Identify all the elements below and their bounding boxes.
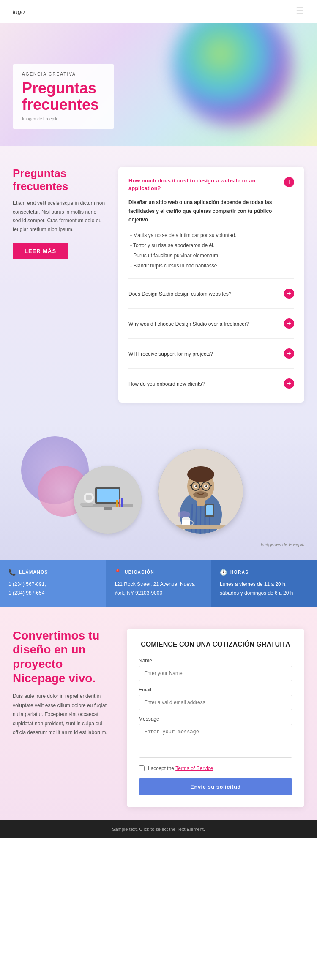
bottom-text: Duis aute irure dolor in reprehenderit i… xyxy=(13,692,114,738)
hero-image-credit: Imagen de Freepik xyxy=(22,117,105,121)
phone-icon: 📞 xyxy=(8,569,16,576)
form-label-name: Name xyxy=(139,658,292,664)
faq-item-3[interactable]: Will I receive support for my projects? … xyxy=(128,345,294,362)
form-group-email: Email xyxy=(139,687,292,710)
bottom-inner: Convertimos tu diseño en un proyecto Nic… xyxy=(13,629,304,807)
contact-card-hours: 🕐 HORAS Lunes a viernes de 11 a 20 h,sáb… xyxy=(211,560,317,607)
hero-content: AGENCIA CREATIVA Preguntas frecuentes Im… xyxy=(13,64,114,129)
svg-rect-35 xyxy=(206,505,213,515)
faq-item-2[interactable]: Why would I choose Design Studio over a … xyxy=(128,315,294,332)
clock-icon: 🕐 xyxy=(220,569,227,576)
hero-title: Preguntas frecuentes xyxy=(22,80,105,113)
faq-divider-3 xyxy=(128,338,294,339)
freepik-link[interactable]: Freepik xyxy=(43,117,57,121)
menu-icon[interactable]: ☰ xyxy=(296,6,304,17)
bottom-left: Convertimos tu diseño en un proyecto Nic… xyxy=(13,629,114,738)
card-phone-text: 1 (234) 567-891,1 (234) 987-654 xyxy=(8,580,97,598)
faq-right: How much does it cost to design a websit… xyxy=(118,167,304,403)
svg-rect-6 xyxy=(86,495,92,500)
logo: logo xyxy=(13,8,25,15)
faq-bullet-1: - Mattis ya no se deja intimidar por su … xyxy=(130,230,294,240)
form-title: COMIENCE CON UNA COTIZACIÓN GRATUITA xyxy=(139,640,292,649)
form-textarea-message[interactable] xyxy=(139,724,292,758)
form-group-message: Message xyxy=(139,716,292,760)
faq-first-question: How much does it cost to design a websit… xyxy=(128,177,294,192)
faq-item-plus-4[interactable]: + xyxy=(284,378,294,389)
svg-rect-4 xyxy=(104,507,112,510)
svg-point-38 xyxy=(182,517,190,520)
faq-divider-1 xyxy=(128,278,294,279)
form-label-email: Email xyxy=(139,687,292,693)
faq-bullet-3: - Purus ut faucibus pulvinar elementum. xyxy=(130,250,294,261)
card-title-hours: HORAS xyxy=(230,570,249,574)
faq-bullets: - Mattis ya no se deja intimidar por su … xyxy=(128,230,294,271)
team-section: Imágenes de Freepik xyxy=(0,424,317,560)
header: logo ☰ xyxy=(0,0,317,23)
faq-item-1[interactable]: Does Design Studio design custom website… xyxy=(128,285,294,302)
form-submit-button[interactable]: Envíe su solicitud xyxy=(139,778,292,795)
team-desk-image xyxy=(74,466,142,534)
terms-checkbox[interactable] xyxy=(139,765,145,771)
svg-point-32 xyxy=(193,491,208,498)
faq-left: Preguntas frecuentes Etiam erat velit sc… xyxy=(13,167,106,259)
faq-divider-2 xyxy=(128,308,294,309)
contact-card-location: 📍 UBICACIÓN 121 Rock Street, 21 Avenue, … xyxy=(106,560,211,607)
faq-item-plus-2[interactable]: + xyxy=(284,318,294,329)
faq-plus-icon[interactable]: + xyxy=(284,177,294,187)
footer: Sample text. Click to select the Text El… xyxy=(0,820,317,838)
form-input-email[interactable] xyxy=(139,695,292,710)
svg-rect-9 xyxy=(119,499,120,507)
svg-point-21 xyxy=(189,466,213,478)
svg-point-33 xyxy=(178,511,190,518)
location-icon: 📍 xyxy=(114,569,121,576)
faq-item-plus-1[interactable]: + xyxy=(284,289,294,299)
form-checkbox-row: I accept the Terms of Service xyxy=(139,765,292,771)
svg-point-31 xyxy=(199,488,202,491)
faq-left-title: Preguntas frecuentes xyxy=(13,167,106,193)
svg-point-30 xyxy=(205,485,207,487)
svg-point-29 xyxy=(195,485,197,487)
card-title-location: UBICACIÓN xyxy=(125,570,154,574)
svg-rect-7 xyxy=(80,503,93,506)
terms-of-service-link[interactable]: Terms of Service xyxy=(175,765,213,771)
team-person-image xyxy=(158,449,243,534)
faq-answer: Diseñar un sitio web o una aplicación de… xyxy=(128,198,294,224)
hero-section: AGENCIA CREATIVA Preguntas frecuentes Im… xyxy=(0,23,317,146)
contact-form: COMIENCE CON UNA COTIZACIÓN GRATUITA Nam… xyxy=(127,629,304,807)
hero-subtitle: AGENCIA CREATIVA xyxy=(22,72,105,76)
svg-rect-8 xyxy=(116,500,118,507)
card-hours-text: Lunes a viernes de 11 a 20 h,sábados y d… xyxy=(220,580,309,598)
card-location-text: 121 Rock Street, 21 Avenue, NuevaYork, N… xyxy=(114,580,203,598)
bottom-section: Convertimos tu diseño en un proyecto Nic… xyxy=(0,607,317,820)
form-group-name: Name xyxy=(139,658,292,681)
faq-item-4[interactable]: How do you onboard new clients? + xyxy=(128,375,294,392)
form-checkbox-label: I accept the Terms of Service xyxy=(148,765,213,771)
faq-left-text: Etiam erat velit scelerisque in dictum n… xyxy=(13,199,106,234)
svg-rect-10 xyxy=(121,498,123,507)
leer-mas-button[interactable]: LEER MÁS xyxy=(13,243,68,259)
form-input-name[interactable] xyxy=(139,666,292,681)
hero-blob xyxy=(173,23,292,125)
contact-card-phone: 📞 LLÁMANOS 1 (234) 567-891,1 (234) 987-6… xyxy=(0,560,106,607)
freepik-link-2[interactable]: Freepik xyxy=(289,542,304,547)
contact-cards: 📞 LLÁMANOS 1 (234) 567-891,1 (234) 987-6… xyxy=(0,560,317,607)
form-label-message: Message xyxy=(139,716,292,722)
footer-text: Sample text. Click to select the Text El… xyxy=(112,827,205,832)
faq-bullet-4: - Blandit turpis cursus in hac habitasse… xyxy=(130,261,294,271)
bottom-title: Convertimos tu diseño en un proyecto Nic… xyxy=(13,629,114,685)
svg-rect-3 xyxy=(97,489,119,502)
svg-rect-36 xyxy=(167,525,235,529)
faq-item-plus-3[interactable]: + xyxy=(284,348,294,359)
faq-divider-4 xyxy=(128,368,294,369)
faq-bullet-2: - Tortor y su risa se apoderaron de él. xyxy=(130,240,294,250)
faq-section: Preguntas frecuentes Etiam erat velit sc… xyxy=(0,146,317,424)
team-credit: Imágenes de Freepik xyxy=(0,542,317,551)
team-images xyxy=(0,441,317,542)
card-title-phone: LLÁMANOS xyxy=(19,570,48,574)
